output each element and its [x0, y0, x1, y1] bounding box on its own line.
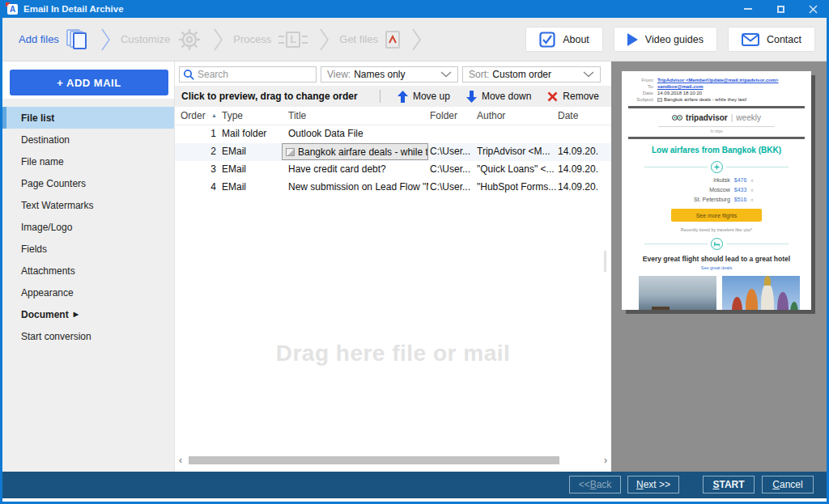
reorder-hint: Click to preview, drag to change order [181, 91, 358, 102]
chevron-down-icon [440, 71, 452, 78]
divider [628, 106, 805, 108]
footer-bar: << Back Next >> START Cancel [2, 472, 827, 498]
table-row[interactable]: 4 EMail New submission on Lead Flow "My.… [175, 179, 611, 197]
sort-dropdown[interactable]: Sort: Custom order [462, 66, 601, 83]
selected-title-cell[interactable]: Bangkok airfare deals - while th... [282, 143, 428, 160]
tripadvisor-logo: tripadvisor | weekly [622, 113, 811, 122]
chevron-down-icon [583, 71, 594, 78]
divider [658, 126, 775, 127]
step-customize: Customize [121, 28, 202, 52]
scroll-left-icon[interactable]: ‹ [175, 455, 186, 466]
step-separator-icon [411, 28, 422, 52]
flight-deal: Irkutsk $476 rt [622, 177, 811, 183]
search-input[interactable] [179, 66, 317, 83]
sidebar-item-start-conversion[interactable]: Start conversion [2, 325, 174, 347]
column-folder[interactable]: Folder [430, 110, 475, 121]
view-dropdown[interactable]: View: Names only [321, 66, 458, 83]
about-button[interactable]: About [525, 27, 603, 52]
move-down-button[interactable]: Move down [461, 89, 537, 104]
lake-photo [639, 276, 716, 310]
email-preview-panel: From: TripAdvisor <MemberUpdate@mail.tri… [611, 61, 827, 472]
video-guides-button[interactable]: Video guides [614, 27, 717, 52]
hotel-bed-icon [711, 238, 723, 250]
pdf-file-icon [385, 31, 400, 49]
column-author[interactable]: Author [477, 110, 556, 121]
sidebar-item-destination[interactable]: Destination [2, 129, 174, 150]
contact-button[interactable]: Contact [728, 27, 815, 52]
back-button: << Back [569, 476, 621, 493]
sidebar-item-appearance[interactable]: Appearance [2, 282, 174, 303]
emoji-image-icon [657, 98, 662, 102]
start-button[interactable]: START [703, 476, 755, 493]
envelope-icon [742, 33, 759, 46]
step-process-label: Process [233, 33, 271, 45]
step-process: Process L [233, 32, 308, 48]
sidebar-item-file-list[interactable]: File list [2, 107, 174, 129]
step-get-files: Get files [339, 31, 400, 49]
email-preview-page: From: TripAdvisor <MemberUpdate@mail.tri… [622, 71, 811, 310]
price-link: $433 [734, 187, 747, 193]
remove-button[interactable]: Remove [542, 89, 605, 104]
sidebar-item-file-name[interactable]: File name [2, 150, 174, 172]
app-icon: A [7, 4, 18, 15]
list-action-bar: Click to preview, drag to change order M… [175, 86, 611, 107]
see-more-flights-button: See more flights [671, 209, 762, 222]
table-row-selected[interactable]: 2 EMail Bangkok airfare deals - while th… [175, 143, 611, 161]
sidebar-nav: File list Destination File name Page Cou… [2, 99, 174, 472]
search-icon [183, 69, 195, 81]
sidebar: + ADD MAIL File list Destination File na… [2, 61, 174, 472]
sidebar-item-attachments[interactable]: Attachments [2, 260, 174, 282]
gear-icon [177, 28, 202, 52]
window-title: Email In Detail Archive [23, 4, 124, 14]
move-up-button[interactable]: Move up [392, 89, 456, 104]
see-deals-link: See great deals [622, 265, 811, 270]
about-label: About [563, 34, 589, 45]
sidebar-item-text-watermarks[interactable]: Text Watermarks [2, 194, 174, 216]
flight-deal: St. Petersburg $516 rt [622, 197, 811, 202]
file-list-area: View: Names only Sort: Custom order Clic… [174, 61, 611, 472]
table-header: Order ▲ Type Title Folder Author Date [175, 108, 611, 125]
recipient-link: sandbox@mail.com [657, 83, 704, 90]
cancel-button[interactable]: Cancel [762, 476, 814, 493]
scrollbar-track[interactable] [186, 455, 600, 465]
sidebar-item-page-counters[interactable]: Page Counters [2, 172, 174, 194]
column-date[interactable]: Date [558, 110, 610, 121]
step-add-files[interactable]: Add files [19, 29, 89, 50]
divider [380, 90, 380, 103]
hotel-divider [644, 238, 789, 250]
scrollbar-thumb[interactable] [189, 456, 559, 464]
email-headline-hotels: Every great flight should lead to a grea… [638, 255, 795, 263]
plane-divider [644, 161, 789, 173]
wizard-toolbar: Add files Customize Process L Get files [2, 18, 827, 61]
column-type[interactable]: Type [222, 110, 287, 121]
chevron-right-icon: ▶ [74, 311, 79, 318]
next-button[interactable]: Next >> [627, 476, 679, 493]
column-title[interactable]: Title [288, 110, 428, 121]
drop-zone-hint: Drag here file or mail [175, 341, 611, 366]
maximize-icon[interactable] [764, 0, 797, 18]
close-icon[interactable] [797, 0, 829, 18]
table-row[interactable]: 1 Mail folder Outlook Data File [175, 125, 611, 143]
sort-ascending-icon: ▲ [211, 112, 217, 118]
add-files-icon [66, 29, 89, 50]
sidebar-item-fields[interactable]: Fields [2, 238, 174, 260]
minimize-icon[interactable] [732, 0, 764, 18]
sidebar-item-document[interactable]: Document ▶ [2, 303, 174, 325]
owl-icon [672, 114, 682, 121]
add-mail-button[interactable]: + ADD MAIL [10, 70, 168, 95]
step-get-files-label: Get files [339, 33, 378, 45]
plane-icon [711, 161, 723, 173]
contact-label: Contact [767, 34, 801, 45]
price-link: $476 [734, 177, 747, 183]
scroll-right-icon[interactable]: › [600, 455, 611, 466]
remove-x-icon [547, 91, 558, 102]
flight-deal: Moscow $433 rt [622, 187, 811, 193]
flight-deals-list: Irkutsk $476 rt Moscow $433 rt St. Peter… [622, 177, 811, 202]
table-row[interactable]: 3 EMail Have credit card debt? C:\User..… [175, 161, 611, 179]
vertical-scrollbar[interactable] [604, 251, 606, 272]
process-icon: L [278, 32, 308, 48]
sidebar-item-image-logo[interactable]: Image/Logo [2, 216, 174, 238]
step-customize-label: Customize [121, 33, 170, 45]
divider [628, 137, 805, 139]
sender-link: TripAdvisor <MemberUpdate@mail.tripadvis… [657, 77, 779, 83]
